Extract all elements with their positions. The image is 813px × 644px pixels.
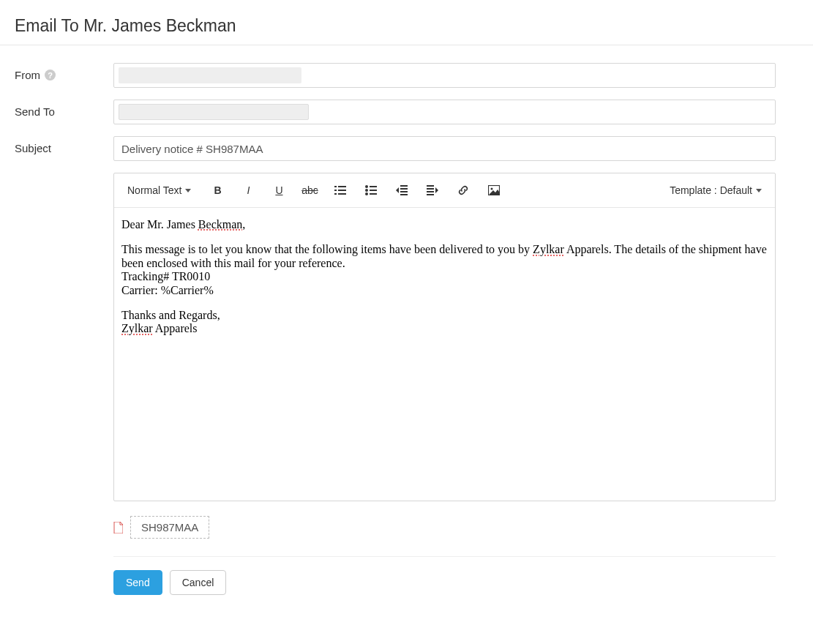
editor-toolbar: Normal Text B I U abc bbox=[114, 173, 775, 208]
strike-icon: abc bbox=[301, 184, 318, 196]
body-text: This message is to let you know that the… bbox=[121, 243, 533, 255]
svg-rect-1 bbox=[338, 186, 346, 187]
send-to-label: Send To bbox=[15, 100, 113, 118]
bold-icon: B bbox=[214, 184, 221, 196]
link-icon bbox=[457, 184, 469, 196]
body-text: Apparels bbox=[153, 322, 198, 334]
svg-rect-13 bbox=[400, 188, 408, 190]
underline-icon: U bbox=[275, 184, 282, 196]
text-style-dropdown[interactable]: Normal Text bbox=[127, 184, 191, 196]
italic-icon: I bbox=[247, 184, 250, 196]
svg-point-21 bbox=[491, 188, 493, 190]
svg-point-6 bbox=[365, 185, 368, 188]
svg-rect-3 bbox=[338, 190, 346, 191]
send-to-label-text: Send To bbox=[15, 105, 55, 118]
svg-point-10 bbox=[365, 192, 368, 195]
send-to-input[interactable] bbox=[113, 100, 776, 124]
cancel-button[interactable]: Cancel bbox=[170, 570, 227, 595]
send-button[interactable]: Send bbox=[113, 570, 162, 595]
underline-button[interactable]: U bbox=[267, 181, 291, 200]
pdf-icon bbox=[113, 522, 123, 533]
text-style-label: Normal Text bbox=[127, 184, 181, 196]
svg-rect-5 bbox=[338, 193, 346, 195]
svg-rect-11 bbox=[370, 193, 377, 195]
ordered-list-button[interactable] bbox=[329, 181, 352, 200]
svg-rect-0 bbox=[334, 186, 337, 187]
svg-rect-2 bbox=[334, 190, 337, 191]
svg-rect-17 bbox=[427, 188, 434, 190]
send-to-chip[interactable] bbox=[119, 104, 309, 120]
subject-input[interactable] bbox=[113, 136, 776, 161]
attachment-name: SH987MAA bbox=[141, 521, 198, 533]
template-dropdown[interactable]: Template : Default bbox=[670, 184, 762, 196]
strikethrough-button[interactable]: abc bbox=[298, 181, 321, 200]
svg-rect-12 bbox=[400, 185, 408, 187]
italic-button[interactable]: I bbox=[236, 181, 260, 200]
image-button[interactable] bbox=[482, 181, 506, 200]
template-label: Template : Default bbox=[670, 184, 752, 196]
link-button[interactable] bbox=[452, 181, 475, 200]
caret-down-icon bbox=[185, 189, 191, 192]
from-input[interactable] bbox=[113, 63, 776, 88]
help-icon[interactable]: ? bbox=[45, 70, 56, 80]
svg-rect-7 bbox=[370, 186, 377, 187]
divider bbox=[113, 556, 776, 557]
page-title: Email To Mr. James Beckman bbox=[15, 16, 798, 36]
ordered-list-icon bbox=[334, 185, 346, 195]
unordered-list-button[interactable] bbox=[359, 181, 383, 200]
svg-rect-15 bbox=[400, 194, 408, 195]
indent-icon bbox=[427, 185, 438, 195]
body-text: Thanks and Regards, bbox=[121, 309, 768, 322]
page-header: Email To Mr. James Beckman bbox=[0, 0, 813, 45]
bold-button[interactable]: B bbox=[206, 181, 229, 200]
image-icon bbox=[488, 185, 500, 195]
subject-label-text: Subject bbox=[15, 142, 51, 154]
subject-label: Subject bbox=[15, 136, 113, 154]
editor-container: Normal Text B I U abc bbox=[113, 173, 776, 501]
attachment-chip[interactable]: SH987MAA bbox=[130, 516, 209, 539]
svg-rect-18 bbox=[427, 191, 434, 192]
svg-rect-16 bbox=[427, 185, 434, 187]
body-text: Beckman bbox=[198, 218, 242, 231]
body-text: , bbox=[242, 218, 245, 231]
svg-rect-9 bbox=[370, 190, 377, 191]
from-label: From ? bbox=[15, 63, 113, 81]
outdent-icon bbox=[396, 185, 408, 195]
svg-rect-19 bbox=[427, 194, 434, 195]
from-chip[interactable] bbox=[119, 67, 301, 83]
body-text: Dear Mr. James bbox=[121, 218, 198, 231]
from-label-text: From bbox=[15, 69, 40, 81]
body-text: Zylkar bbox=[121, 322, 153, 334]
svg-rect-4 bbox=[334, 193, 337, 195]
editor-body[interactable]: Dear Mr. James Beckman, This message is … bbox=[114, 208, 775, 501]
body-text: Zylkar bbox=[533, 243, 564, 255]
body-text: Tracking# TR0010 bbox=[121, 270, 768, 283]
caret-down-icon bbox=[756, 189, 762, 192]
indent-button[interactable] bbox=[421, 181, 444, 200]
unordered-list-icon bbox=[365, 185, 377, 195]
svg-rect-14 bbox=[400, 191, 408, 192]
outdent-button[interactable] bbox=[390, 181, 413, 200]
svg-point-8 bbox=[365, 189, 368, 192]
body-text: Carrier: %Carrier% bbox=[121, 284, 768, 297]
